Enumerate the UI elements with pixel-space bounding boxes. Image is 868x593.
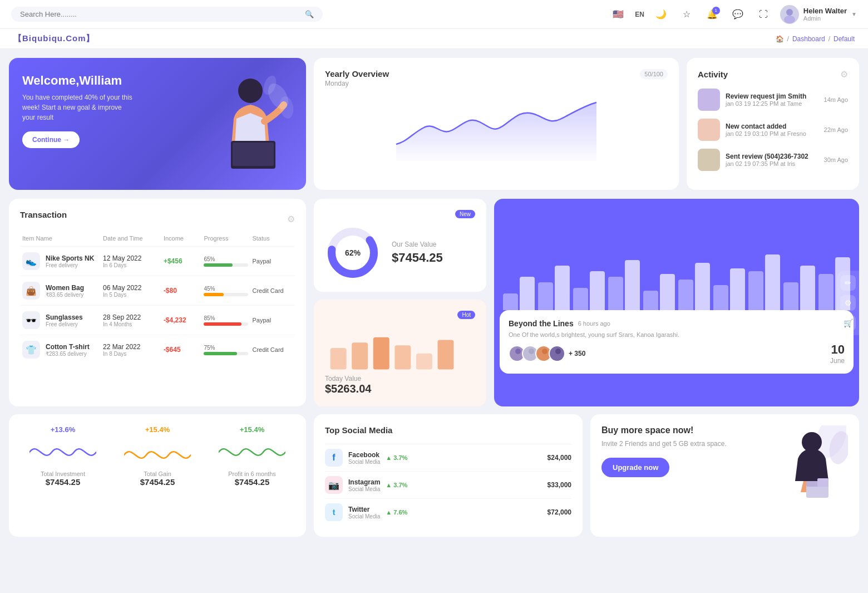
social-value: $72,000 xyxy=(548,508,571,516)
item-date-sub: In 5 Days xyxy=(103,292,164,298)
today-value: $5263.04 xyxy=(325,383,475,395)
mini-stat-label: Profit in 6 months xyxy=(228,471,276,477)
item-status: Paypal xyxy=(252,317,293,324)
bar-group xyxy=(643,274,675,310)
mini-stat-value: $7454.25 xyxy=(46,477,81,487)
sale-value-card: New 62% Our Sale Value $7454.25 xyxy=(314,199,486,292)
social-value: $24,000 xyxy=(548,454,571,462)
table-row: 👜 Women Bag ₹83.65 delivery 06 May 2022 … xyxy=(20,276,295,305)
activity-title: Activity xyxy=(698,70,728,79)
activity-item-sub: jan 02 19 07:35 PM at Iris xyxy=(726,160,808,167)
bar xyxy=(538,282,553,310)
svg-point-21 xyxy=(542,349,548,354)
item-name: Cotton T-shirt xyxy=(46,343,90,351)
svg-point-19 xyxy=(529,349,534,354)
search-input[interactable] xyxy=(20,10,300,18)
bar-group xyxy=(573,271,605,310)
activity-item-time: 22m Ago xyxy=(824,126,848,133)
cart-icon[interactable]: 🛒 xyxy=(840,315,856,331)
item-sub: Free delivery xyxy=(46,262,94,268)
item-sub: ₹283.65 delivery xyxy=(46,351,90,357)
progress-bar xyxy=(204,263,233,267)
table-row: 🕶️ Sunglasses Free delivery 28 Sep 2022 … xyxy=(20,305,295,335)
bar xyxy=(520,277,535,310)
svg-point-20 xyxy=(527,354,536,361)
item-name: Women Bag xyxy=(46,284,84,292)
activity-item-sub: jan 02 19 03:10 PM at Fresno xyxy=(726,130,806,137)
svg-point-0 xyxy=(786,9,793,16)
bar-chart-area xyxy=(494,199,859,310)
social-icon-instagram: 📷 xyxy=(325,476,343,494)
search-bar[interactable]: 🔍 xyxy=(11,7,323,22)
bar xyxy=(590,271,605,310)
breadcrumb-dashboard[interactable]: Dashboard xyxy=(792,35,825,43)
progress-bar-wrap xyxy=(204,352,248,355)
edit-icon[interactable]: ✏ xyxy=(840,275,856,291)
item-income: -$4,232 xyxy=(164,316,204,324)
svg-point-18 xyxy=(514,354,522,361)
bar xyxy=(713,285,728,310)
social-icon-twitter: t xyxy=(325,503,343,521)
mini-stat: +15.4% Profit in 6 months $7454.25 xyxy=(209,425,295,526)
item-date-sub: In 6 Days xyxy=(103,262,164,268)
svg-rect-15 xyxy=(416,354,432,370)
flag-icon[interactable]: 🇺🇸 xyxy=(609,6,627,23)
upgrade-button[interactable]: Upgrade now xyxy=(601,458,669,477)
activity-item-title: Sent review (504)236-7302 xyxy=(726,153,808,160)
bar-group xyxy=(748,254,780,310)
moon-icon[interactable]: 🌙 xyxy=(652,6,670,23)
continue-button[interactable]: Continue → xyxy=(22,131,80,148)
social-item: 📷 Instagram Social Media ▲ 3.7% $33,000 xyxy=(325,471,571,498)
bar xyxy=(818,274,834,310)
bar xyxy=(503,293,518,310)
beyond-time: 6 hours ago xyxy=(578,320,610,327)
social-name: Instagram xyxy=(348,478,380,486)
activity-item-title: New contact added xyxy=(726,122,806,130)
breadcrumb-default: Default xyxy=(834,35,855,43)
svg-point-1 xyxy=(784,16,795,23)
item-date: 12 May 2022 xyxy=(103,254,164,262)
user-name: Helen Walter xyxy=(803,7,847,15)
activity-item-sub: jan 03 19 12:25 PM at Tame xyxy=(726,100,806,107)
star-icon[interactable]: ☆ xyxy=(678,6,696,23)
avatar-4 xyxy=(549,345,565,362)
svg-rect-11 xyxy=(331,348,347,370)
item-date: 22 Mar 2022 xyxy=(103,343,164,351)
activity-gear-icon[interactable]: ⚙ xyxy=(840,69,848,80)
chat-icon[interactable]: 💬 xyxy=(729,6,747,23)
mini-stat-percent: +15.4% xyxy=(240,425,264,434)
today-value-card: Hot Today Value $5263.04 xyxy=(314,300,486,406)
transaction-rows: 👟 Nike Sports NK Free delivery 12 May 20… xyxy=(20,246,295,364)
user-info[interactable]: Helen Walter Admin ▼ xyxy=(780,5,857,24)
mini-stat-percent: +13.6% xyxy=(51,425,75,434)
activity-card: Activity ⚙ Review request jim Smith jan … xyxy=(687,58,859,190)
mini-stat: +13.6% Total Investment $7454.25 xyxy=(20,425,106,526)
bar xyxy=(678,280,693,310)
welcome-description: You have completed 40% of your this week… xyxy=(22,92,134,122)
wave-chart xyxy=(219,438,285,466)
bar-group xyxy=(783,266,815,310)
notification-badge: 1 xyxy=(712,7,720,14)
fullscreen-icon[interactable]: ⛶ xyxy=(754,6,772,23)
buyspace-title: Buy more space now! xyxy=(601,425,772,435)
bar xyxy=(783,282,798,310)
yearly-overview-card: Yearly Overview Monday 50/100 xyxy=(314,58,679,190)
bar xyxy=(643,291,658,310)
social-name: Facebook xyxy=(348,451,380,459)
svg-point-2 xyxy=(238,79,263,103)
beyond-side-icons: ✏ ⚙ 🛒 xyxy=(837,271,859,335)
today-label: Today Value xyxy=(325,375,475,383)
transaction-gear-icon[interactable]: ⚙ xyxy=(287,214,295,224)
chevron-down-icon: ▼ xyxy=(851,11,857,17)
bar xyxy=(748,271,763,310)
new-badge: New xyxy=(455,210,475,218)
social-list: f Facebook Social Media ▲ 3.7% $24,000 📷… xyxy=(325,444,571,526)
svg-rect-14 xyxy=(394,345,411,369)
site-brand: 【Biqubiqu.Com】 xyxy=(13,33,95,44)
bell-icon[interactable]: 🔔 1 xyxy=(703,6,721,23)
settings-icon[interactable]: ⚙ xyxy=(840,295,856,311)
bar-group xyxy=(608,260,640,310)
social-change: ▲ 3.7% xyxy=(386,454,407,461)
social-icon-facebook: f xyxy=(325,449,343,467)
avatar xyxy=(780,5,799,24)
